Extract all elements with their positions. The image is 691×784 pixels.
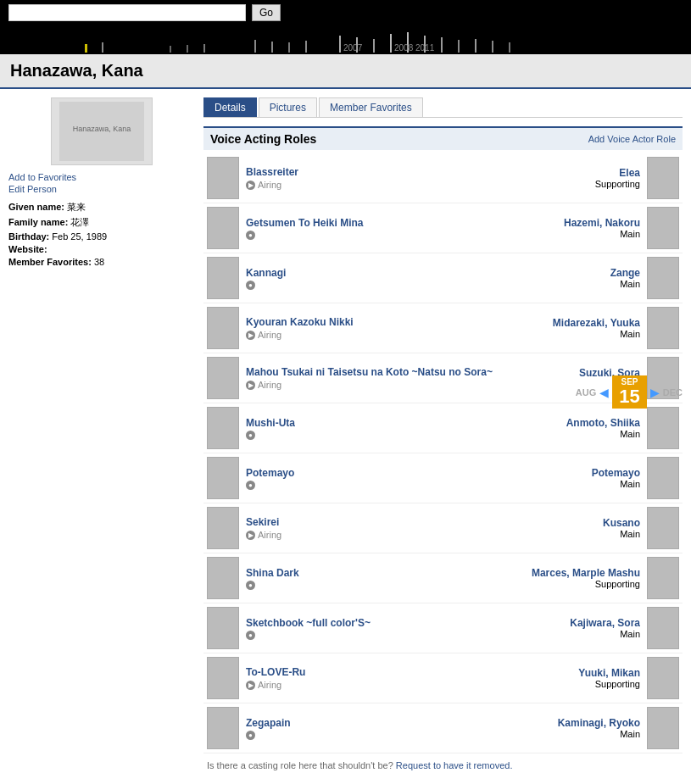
svg-rect-15 (441, 37, 443, 53)
svg-text:2007: 2007 (343, 43, 363, 53)
airing-icon: ▶ (246, 531, 255, 540)
search-button[interactable]: Go (252, 4, 281, 21)
timeline: 2007 2008 2011 (0, 25, 691, 54)
status-text: Airing (258, 180, 281, 190)
removal-text: Is there a casting role here that should… (207, 760, 393, 770)
anime-thumb (207, 307, 239, 349)
svg-text:2008: 2008 (394, 43, 414, 53)
anime-thumb (207, 557, 239, 599)
status-text: Airing (258, 380, 281, 390)
calendar-nav: AUG ◀ SEP 15 ▶ DEC (576, 0, 683, 784)
family-name: Family name: 花澤 (8, 216, 195, 229)
svg-rect-35 (208, 408, 238, 448)
svg-rect-29 (208, 258, 238, 298)
svg-rect-1 (102, 42, 103, 53)
anime-title-link[interactable]: Sketchbook ~full color'S~ (246, 617, 371, 629)
removal-link[interactable]: Request to have it removed. (396, 760, 513, 770)
prev-month-arrow[interactable]: ◀ (599, 386, 609, 399)
tab-details[interactable]: Details (203, 97, 257, 117)
role-status: ● (246, 581, 532, 590)
family-name-label: Family name: (8, 217, 68, 227)
svg-rect-6 (271, 42, 273, 53)
role-status: ● (246, 631, 538, 640)
anime-title-link[interactable]: Zegapain (246, 717, 291, 729)
disc-icon: ● (246, 581, 255, 590)
anime-thumb (207, 607, 239, 649)
role-info: Getsumen To Heiki Mina● (246, 217, 538, 240)
role-status: ● (246, 731, 538, 740)
anime-title-link[interactable]: Getsumen To Heiki Mina (246, 217, 363, 229)
role-status: ▶Airing (246, 330, 538, 340)
role-info: Potemayo● (246, 467, 538, 490)
given-name: Given name: 菜来 (8, 201, 195, 214)
anime-thumb (207, 507, 239, 549)
svg-text:Hanazawa, Kana: Hanazawa, Kana (73, 125, 131, 133)
disc-icon: ● (246, 231, 255, 240)
month-aug: AUG (576, 387, 596, 398)
svg-rect-27 (208, 208, 238, 248)
given-name-value: 菜来 (67, 202, 86, 212)
anime-title-link[interactable]: To-LOVE-Ru (246, 666, 305, 678)
anime-thumb (207, 257, 239, 299)
role-info: Kyouran Kazoku Nikki▶Airing (246, 316, 538, 340)
role-info: Mushi-Uta● (246, 417, 538, 440)
role-status: ▶Airing (246, 530, 538, 540)
svg-text:2011: 2011 (415, 43, 435, 53)
top-bar: Go AUG ◀ SEP 15 ▶ DEC (0, 0, 691, 25)
website-label: Website: (8, 244, 47, 254)
anime-title-link[interactable]: Mushi-Uta (246, 417, 295, 429)
edit-person-link[interactable]: Edit Person (8, 184, 195, 194)
role-status: ● (246, 231, 538, 240)
birthday: Birthday: Feb 25, 1989 (8, 231, 195, 242)
role-info: To-LOVE-Ru▶Airing (246, 666, 538, 690)
role-info: Sketchbook ~full color'S~● (246, 617, 538, 640)
svg-rect-41 (208, 558, 238, 598)
svg-rect-11 (373, 39, 375, 53)
airing-icon: ▶ (246, 381, 255, 390)
role-status: ● (246, 281, 538, 290)
tab-pictures[interactable]: Pictures (259, 97, 317, 117)
next-month-arrow[interactable]: ▶ (650, 386, 660, 399)
avatar: Hanazawa, Kana (51, 97, 153, 165)
website: Website: (8, 244, 195, 254)
svg-rect-0 (85, 44, 87, 53)
anime-title-link[interactable]: Blassreiter (246, 166, 298, 178)
voice-roles-title: Voice Acting Roles (210, 132, 316, 146)
svg-rect-45 (208, 658, 238, 698)
sidebar: Hanazawa, Kana Add to Favorites Edit Per… (8, 97, 195, 784)
tab-member-favorites[interactable]: Member Favorites (319, 97, 423, 117)
role-info: Zegapain● (246, 717, 538, 740)
anime-thumb (207, 707, 239, 749)
disc-icon: ● (246, 731, 255, 740)
anime-title-link[interactable]: Sekirei (246, 516, 279, 528)
svg-rect-9 (339, 36, 341, 53)
role-info: Blassreiter▶Airing (246, 166, 538, 190)
svg-rect-3 (187, 45, 188, 53)
given-name-label: Given name: (8, 202, 64, 212)
svg-rect-2 (170, 46, 171, 53)
add-favorites-link[interactable]: Add to Favorites (8, 172, 195, 182)
disc-icon: ● (246, 631, 255, 640)
anime-thumb (207, 407, 239, 449)
anime-title-link[interactable]: Kannagi (246, 267, 286, 279)
member-favorites: Member Favorites: 38 (8, 257, 195, 267)
airing-icon: ▶ (246, 681, 255, 690)
anime-title-link[interactable]: Mahou Tsukai ni Taisetsu na Koto ~Natsu … (246, 366, 493, 378)
disc-icon: ● (246, 481, 255, 490)
svg-rect-39 (208, 508, 238, 548)
anime-thumb (207, 457, 239, 499)
svg-rect-47 (208, 708, 238, 748)
svg-rect-12 (390, 34, 392, 53)
search-input[interactable] (8, 4, 246, 21)
birthday-label: Birthday: (8, 231, 49, 242)
svg-rect-37 (208, 458, 238, 498)
anime-title-link[interactable]: Potemayo (246, 467, 294, 479)
anime-thumb (207, 207, 239, 249)
role-status: ▶Airing (246, 180, 538, 190)
anime-title-link[interactable]: Kyouran Kazoku Nikki (246, 316, 354, 328)
role-info: Kannagi● (246, 267, 538, 290)
anime-thumb (207, 657, 239, 699)
anime-title-link[interactable]: Shina Dark (246, 567, 299, 579)
favorites-label: Member Favorites: (8, 257, 92, 267)
status-text: Airing (258, 680, 281, 690)
